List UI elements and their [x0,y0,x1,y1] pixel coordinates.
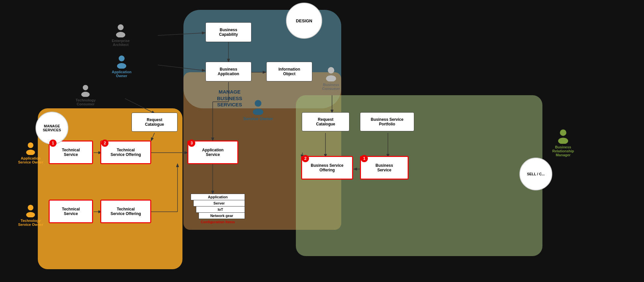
svg-point-28 [328,67,334,74]
svg-point-29 [326,75,336,81]
technology-consumer: TechnologyConsumer [76,84,96,106]
business-application-box: BusinessApplication [205,62,251,81]
tech-service-owner-icon [24,204,37,217]
application-owner-icon [114,54,129,69]
business-service-portfolio-box: Business ServicePortfolio [360,112,414,131]
badge-1-biz-service: 1 [361,155,368,162]
biz-rel-manager-label: BusinessRelationshipManager [552,145,574,157]
biz-rel-manager: BusinessRelationshipManager [552,128,574,157]
information-object-box: InformationObject [266,62,312,81]
svg-point-31 [26,150,35,155]
app-service-owner-icon [24,141,37,155]
config-iot: IoT [196,206,245,213]
tech-service-owner: TechnologyService Owner [18,204,43,227]
business-consumer-label: BusinessConsumer [322,83,340,91]
config-items-stack: Application Server IoT Network gear Conf… [191,194,245,224]
application-owner: ApplicationOwner [112,54,131,78]
request-catalogue-top-box: RequestCatalogue [131,113,178,132]
svg-point-22 [119,55,125,61]
svg-point-21 [116,32,125,37]
svg-point-20 [118,24,124,30]
svg-point-33 [26,212,35,217]
svg-point-32 [28,205,34,210]
svg-point-35 [558,138,568,144]
diagram-container: DESIGN MANAGE SERVICES SELL / C... MANAG… [0,0,644,282]
badge-2-tech-service-offering: 2 [101,140,108,147]
technical-service-2-box: TechnicalService [49,200,93,223]
design-circle: DESIGN [286,3,322,39]
config-items-label: Configuration Items [191,220,245,224]
business-consumer-icon [323,66,339,81]
app-service-owner-label: ApplicationService Owner [18,156,43,164]
service-owner-icon [250,98,266,115]
config-network-gear: Network gear [199,212,245,219]
application-owner-label: ApplicationOwner [112,70,131,78]
svg-point-24 [83,85,88,90]
config-server: Server [193,200,245,206]
technology-consumer-icon [79,84,92,97]
technical-service-offering-2-box: TechnicalService Offering [100,200,151,223]
badge-2-biz-service-offering: 2 [302,155,309,162]
technology-consumer-label: TechnologyConsumer [76,98,96,106]
svg-point-34 [560,129,566,136]
config-application: Application [191,194,245,200]
biz-rel-manager-icon [555,128,571,144]
business-consumer: BusinessConsumer [322,66,340,91]
manage-business-services-label: MANAGEBUSINESSSERVICES [217,89,242,108]
tech-service-owner-label: TechnologyService Owner [18,219,43,227]
enterprise-architect: EnterpriseArchitect [112,23,130,47]
svg-point-23 [117,63,126,69]
badge-3-app-service: 3 [188,140,195,147]
business-capability-box: BusinessCapability [205,22,251,42]
service-owner-label: Service Owner [243,116,273,121]
sell-circle: SELL / C... [519,158,552,190]
enterprise-architect-icon [113,23,128,37]
request-catalogue-bottom-box: RequestCatalogue [302,112,349,131]
app-service-owner: ApplicationService Owner [18,141,43,164]
svg-point-30 [28,142,34,148]
svg-point-27 [253,109,263,115]
service-owner: Service Owner [243,98,273,121]
enterprise-architect-label: EnterpriseArchitect [112,39,130,47]
business-service-offering-box: Business ServiceOffering [301,156,353,180]
svg-point-26 [255,100,261,107]
svg-point-25 [82,92,90,97]
badge-1-tech-service: 1 [49,140,57,147]
